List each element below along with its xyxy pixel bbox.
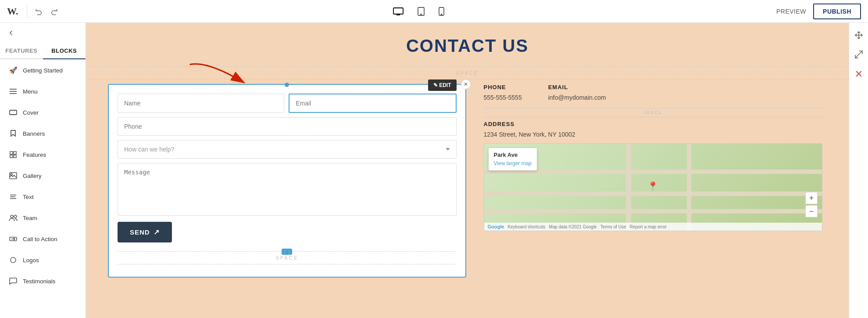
map-road-vertical-1 [626,144,631,231]
content-row: ✎ EDIT ✕ How can we help? [86,84,849,278]
resize-panel-btn[interactable] [851,47,867,62]
address-heading: ADDRESS [484,121,823,127]
phone-input[interactable] [118,117,457,136]
svg-point-21 [11,215,13,218]
rocket-icon: 🚀 [9,66,18,75]
svg-rect-10 [10,110,17,115]
sidebar-item-call-to-action[interactable]: Call to Action [2,229,84,249]
undo-redo-group [32,5,61,18]
name-input[interactable] [118,94,284,113]
undo-button[interactable] [32,5,46,18]
sidebar-item-label: Text [23,194,34,200]
svg-rect-13 [14,152,16,154]
email-input[interactable] [289,94,456,113]
tablet-device-btn[interactable] [412,4,430,19]
map-pin: 📍 [647,181,658,192]
sidebar-item-label: Call to Action [23,236,57,242]
map-copyright: Map data ©2021 Google [549,224,597,229]
gallery-icon [9,171,18,180]
close-button[interactable]: ✕ [461,80,471,89]
desktop-device-btn[interactable] [388,4,409,19]
sidebar-item-label: Menu [23,88,38,95]
sidebar-item-label: Gallery [23,173,42,179]
sidebar-item-label: Logos [23,257,39,264]
sidebar-item-gallery[interactable]: Gallery [2,166,84,186]
map-controls: + − [805,192,818,217]
map-zoom-in-btn[interactable]: + [805,192,818,204]
cover-icon [9,108,18,117]
contact-info: PHONE 555-555-5555 EMAIL info@mydomain.c… [479,84,827,278]
phone-heading: PHONE [484,84,522,90]
sidebar-item-cover[interactable]: Cover [2,102,84,123]
form-fields: How can we help? SEND ↗ [118,94,457,242]
topbar-right: PREVIEW PUBLISH [776,4,861,19]
sidebar-item-features[interactable]: Features [2,145,84,165]
map-road-horizontal-3 [484,209,822,213]
svg-point-6 [441,14,442,15]
sidebar-item-label: Cover [23,109,39,116]
sidebar-back-btn[interactable] [0,23,86,43]
topbar: W. PREVIEW PUBLISH [0,0,868,23]
map-road-horizontal-2 [484,192,822,196]
map-road-vertical-2 [687,144,691,231]
map-data-label: Keyboard shortcuts [507,224,545,229]
banners-icon [9,129,18,138]
map-popup-title: Park Ave [494,152,532,158]
map-zoom-out-btn[interactable]: − [805,205,818,217]
sort-handle[interactable]: ⋮⋮ [282,249,292,255]
map-popup: Park Ave View larger map [489,148,537,170]
svg-point-25 [11,257,16,263]
menu-icon [9,87,18,96]
sidebar-item-team[interactable]: Team [2,208,84,228]
text-icon [9,192,18,201]
form-block: ✎ EDIT ✕ How can we help? [108,84,466,278]
main-layout: FEATURES BLOCKS 🚀 Getting Started Menu C… [0,23,868,318]
svg-point-22 [14,215,17,218]
sidebar-item-logos[interactable]: Logos [2,250,84,270]
phone-col: PHONE 555-555-5555 [484,84,522,101]
map-report: Report a map error [630,224,667,229]
logos-icon [9,256,18,264]
sidebar-item-getting-started[interactable]: 🚀 Getting Started [2,60,84,80]
preview-button[interactable]: PREVIEW [776,8,806,15]
mobile-device-btn[interactable] [433,4,450,19]
message-textarea[interactable] [118,163,457,216]
team-icon [9,213,18,222]
help-select[interactable]: How can we help? [118,140,457,159]
space-label-between: SPACE [484,108,823,117]
send-button[interactable]: SEND ↗ [118,222,172,242]
publish-button[interactable]: PUBLISH [813,4,861,19]
form-row-name-email [118,94,457,113]
email-heading: EMAIL [548,84,606,90]
map-terms: Terms of Use [600,224,626,229]
tab-features[interactable]: FEATURES [0,43,43,59]
redo-button[interactable] [47,5,61,18]
sidebar-item-testimonials[interactable]: Testimonials [2,271,84,291]
space-block-top: SPACE [86,66,849,80]
map-container[interactable]: 📍 Park Ave View larger map + − [484,143,823,231]
sidebar-item-banners[interactable]: Banners [2,123,84,144]
sidebar: FEATURES BLOCKS 🚀 Getting Started Menu C… [0,23,86,318]
phone-value: 555-555-5555 [484,94,522,101]
email-value: info@mydomain.com [548,94,606,101]
address-value: 1234 Street, New York, NY 10002 [484,131,823,138]
svg-rect-15 [14,155,16,158]
address-section: ADDRESS 1234 Street, New York, NY 10002 [484,121,823,138]
canvas-inner: CONTACT US SPACE [86,23,849,318]
features-icon [9,150,18,159]
close-panel-btn[interactable] [851,66,867,82]
topbar-divider [27,5,27,18]
right-panel [849,23,868,318]
tab-blocks[interactable]: BLOCKS [43,43,86,59]
sidebar-item-text[interactable]: Text [2,187,84,207]
sidebar-item-menu[interactable]: Menu [2,81,84,101]
map-popup-link[interactable]: View larger map [494,160,532,166]
edit-button[interactable]: ✎ EDIT [428,80,457,91]
move-panel-btn[interactable] [851,27,867,43]
svg-line-29 [855,51,862,58]
google-logo: Google [488,224,504,229]
sidebar-item-label: Testimonials [23,278,55,285]
resize-handle-top[interactable] [285,83,289,87]
logo: W. [7,6,18,17]
sidebar-item-label: Features [23,152,46,158]
